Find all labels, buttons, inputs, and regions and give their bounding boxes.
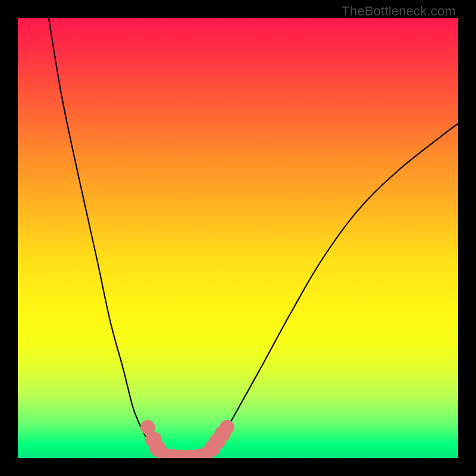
curve-markers: [140, 420, 234, 458]
curve-marker: [220, 420, 234, 435]
curve-svg: [18, 18, 458, 458]
watermark-text: TheBottleneck.com: [342, 4, 456, 19]
outer-frame: TheBottleneck.com: [0, 0, 476, 476]
plot-area: [18, 18, 458, 458]
bottleneck-curve: [49, 18, 458, 458]
